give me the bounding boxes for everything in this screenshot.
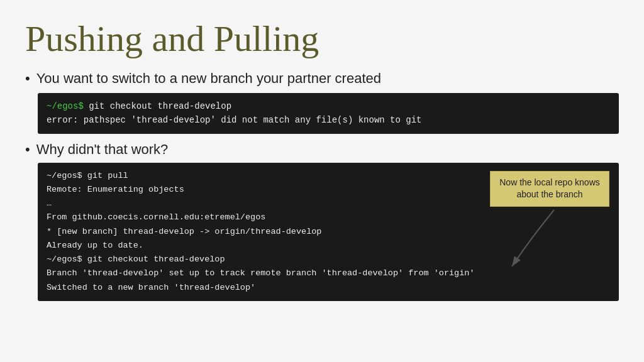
text-b6: Already up to date. (47, 241, 143, 250)
annotation-box: Now the local repo knows about the branc… (490, 171, 609, 207)
code-line-b6: Already up to date. (47, 239, 610, 253)
code-annotation-wrapper: ~/egos$ git pull Remote: Enumerating obj… (38, 163, 619, 301)
cmd-1: git checkout thread-develop (84, 101, 231, 111)
text-b8: Branch 'thread-develop' set up to track … (47, 268, 475, 278)
error-1: error: pathspec 'thread-develop' did not… (47, 115, 422, 125)
code-block-1: ~/egos$ git checkout thread-develop erro… (38, 93, 619, 134)
code-line-b7: ~/egos$ git checkout thread-develop (47, 253, 610, 266)
text-b9: Switched to a new branch 'thread-develop… (47, 283, 255, 292)
prompt-b1: ~/egos$ (47, 171, 82, 180)
text-b5: * [new branch] thread-develop -> origin/… (47, 227, 321, 236)
code-line-b4: From github.coecis.cornell.edu:etremel/e… (47, 211, 610, 224)
code-line-b8: Branch 'thread-develop' set up to track … (47, 266, 610, 280)
bullet-1-label: You want to switch to a new branch your … (36, 70, 381, 87)
second-section-wrapper: ~/egos$ git pull Remote: Enumerating obj… (38, 163, 619, 301)
code-line-2: error: pathspec 'thread-develop' did not… (47, 113, 610, 127)
code-line-b9: Switched to a new branch 'thread-develop… (47, 281, 610, 295)
cmd-b7: git checkout thread-develop (82, 255, 225, 264)
prompt-b7: ~/egos$ (47, 255, 82, 264)
text-b3: … (47, 199, 52, 208)
cmd-b1: git pull (82, 171, 128, 180)
code-line-b5: * [new branch] thread-develop -> origin/… (47, 225, 610, 239)
slide: Pushing and Pulling • You want to switch… (0, 0, 644, 362)
bullet-2-text: • Why didn't that work? (25, 141, 619, 158)
code-line-1: ~/egos$ git checkout thread-develop (47, 99, 610, 113)
text-b4: From github.coecis.cornell.edu:etremel/e… (47, 212, 265, 222)
bullet-section-2: • Why didn't that work? ~/egos$ git pull… (25, 141, 619, 301)
bullet-section-1: • You want to switch to a new branch you… (25, 70, 619, 134)
bullet-dot-1: • (25, 70, 30, 87)
bullet-1-text: • You want to switch to a new branch you… (25, 70, 619, 87)
bullet-2-label: Why didn't that work? (36, 141, 169, 158)
bullet-dot-2: • (25, 141, 30, 158)
slide-title: Pushing and Pulling (25, 19, 619, 59)
text-b2: Remote: Enumerating objects (47, 185, 184, 194)
prompt-1: ~/egos$ (47, 101, 84, 111)
